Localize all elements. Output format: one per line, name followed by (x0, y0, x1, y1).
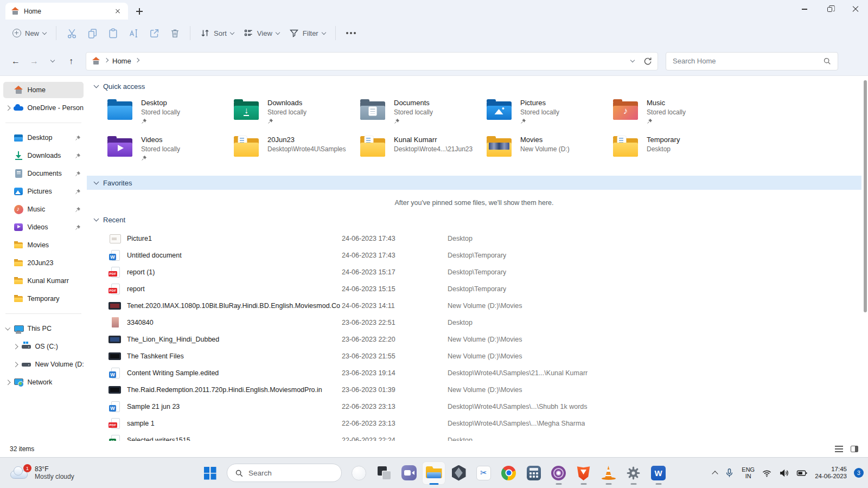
expand-chevron-icon[interactable] (5, 380, 10, 384)
cut-button[interactable] (61, 24, 82, 42)
file-row[interactable]: Picture1 24-06-2023 17:43 Desktop (87, 230, 861, 247)
scrollbar-thumb[interactable] (864, 80, 867, 312)
taskbar-app-copilot[interactable] (348, 462, 370, 484)
quick-access-card[interactable]: Videos Stored locally (107, 133, 234, 168)
delete-button[interactable] (164, 24, 185, 42)
sidebar-item[interactable]: Downloads (3, 147, 84, 164)
expand-chevron-icon[interactable] (13, 344, 18, 349)
clock[interactable]: 17:45 24-06-2023 (815, 466, 847, 480)
sidebar-item[interactable]: Videos (3, 219, 84, 235)
sidebar-item[interactable]: Music (3, 201, 84, 217)
collapse-chevron-icon[interactable] (94, 216, 99, 221)
breadcrumb-field[interactable]: Home (86, 52, 658, 70)
quick-access-card[interactable]: Desktop Stored locally (107, 97, 234, 131)
collapse-chevron-icon[interactable] (94, 179, 99, 184)
share-button[interactable] (144, 24, 164, 42)
file-row[interactable]: report 24-06-2023 15:15 Desktop\Temporar… (87, 280, 861, 297)
breadcrumb[interactable]: Home (112, 57, 131, 65)
sidebar-item[interactable]: OneDrive - Persona (3, 100, 84, 116)
expand-chevron-icon[interactable] (5, 325, 10, 330)
file-row[interactable]: sample 1 22-06-2023 23:13 Desktop\Wrote4… (87, 415, 861, 432)
refresh-icon[interactable] (643, 56, 652, 66)
taskbar-search[interactable]: Search (227, 464, 342, 482)
tab-close-icon[interactable] (113, 7, 123, 16)
large-icons-view-icon[interactable] (851, 446, 858, 452)
file-row[interactable]: The_Lion_King_Hindi_Dubbed 23-06-2023 22… (87, 331, 861, 348)
file-row[interactable]: Tenet.2020.IMAX.1080p.10Bit.BluRay.Hindi… (87, 297, 861, 314)
sidebar-item[interactable]: Network (3, 374, 84, 390)
section-favorites-header[interactable]: Favorites (87, 176, 861, 190)
weather-widget[interactable]: 1 83°F Mostly cloudy (5, 458, 79, 488)
quick-access-card[interactable]: Temporary Desktop (613, 133, 739, 168)
file-row[interactable]: The Tashkent Files 23-06-2023 21:55 New … (87, 348, 861, 364)
battery-icon[interactable] (796, 468, 808, 478)
expand-chevron-icon[interactable] (5, 105, 10, 110)
new-button[interactable]: New (8, 25, 51, 41)
taskbar-app-brave[interactable] (572, 462, 595, 484)
restore-button[interactable] (817, 0, 843, 18)
tab-home[interactable]: Home (5, 3, 128, 20)
forward-button[interactable]: → (26, 53, 42, 69)
search-input[interactable]: Search Home (666, 52, 838, 70)
file-row[interactable]: Content Writing Sample.edited 23-06-2023… (87, 364, 861, 381)
file-row[interactable]: The.Raid.Redemption.2011.720p.Hindi.Engl… (87, 381, 861, 398)
sidebar-item[interactable]: 20Jun23 (3, 255, 84, 271)
close-button[interactable] (843, 0, 868, 18)
sidebar-item[interactable]: Kunal Kumarr (3, 273, 84, 289)
rename-button[interactable] (123, 24, 144, 42)
quick-access-card[interactable]: Kunal Kumarr Desktop\Wrote4...\21Jun23 (360, 133, 487, 168)
taskbar-app-hex[interactable] (448, 462, 470, 484)
recent-locations-button[interactable] (44, 53, 61, 69)
taskbar-app-vlc[interactable] (597, 462, 620, 484)
collapse-chevron-icon[interactable] (94, 82, 99, 88)
file-row[interactable]: Sample 21 jun 23 22-06-2023 23:13 Deskto… (87, 398, 861, 415)
view-button[interactable]: View (239, 24, 284, 42)
copy-button[interactable] (82, 24, 103, 42)
taskbar-app-chrome[interactable] (497, 462, 520, 484)
address-dropdown-icon[interactable] (630, 58, 635, 62)
sidebar-item[interactable]: Movies (3, 237, 84, 253)
quick-access-card[interactable]: Downloads Stored locally (234, 97, 360, 131)
language-indicator[interactable]: ENG IN (742, 466, 755, 480)
sidebar-item[interactable]: OS (C:) (11, 338, 84, 355)
quick-access-card[interactable]: Documents Stored locally (360, 97, 487, 131)
minimize-button[interactable] (792, 0, 817, 18)
file-row[interactable]: report (1) 24-06-2023 15:17 Desktop\Temp… (87, 264, 861, 280)
taskbar-app-teams[interactable] (398, 462, 420, 484)
quick-access-card[interactable]: Movies New Volume (D:) (487, 133, 613, 168)
quick-access-card[interactable]: Pictures Stored locally (487, 97, 613, 131)
paste-button[interactable] (103, 24, 123, 42)
quick-access-card[interactable]: Music Stored locally (613, 97, 739, 131)
sidebar-item[interactable]: Home (3, 82, 84, 98)
wifi-icon[interactable] (762, 468, 772, 478)
notification-count-badge[interactable]: 3 (854, 468, 864, 478)
more-options-button[interactable] (341, 24, 361, 42)
expand-chevron-icon[interactable] (13, 362, 18, 367)
taskbar-app-settings[interactable] (622, 462, 644, 484)
sidebar-item[interactable]: Pictures (3, 183, 84, 200)
taskbar-app-calculator[interactable] (522, 462, 545, 484)
taskbar-app-widgets[interactable] (373, 462, 395, 484)
sidebar-item[interactable]: New Volume (D:) (11, 356, 84, 373)
file-row[interactable]: 3340840 23-06-2023 22:51 Desktop (87, 314, 861, 331)
back-button[interactable]: ← (8, 53, 24, 69)
section-quick-access-header[interactable]: Quick access (87, 80, 861, 92)
tray-expand-chevron-icon[interactable] (712, 471, 718, 477)
sidebar-item[interactable]: Temporary (3, 291, 84, 307)
taskbar-app-tor[interactable] (547, 462, 570, 484)
filter-button[interactable]: Filter (284, 24, 330, 42)
file-row[interactable]: Selected writers1515 22-06-2023 22:24 De… (87, 432, 861, 441)
search-icon[interactable] (823, 57, 831, 65)
details-view-icon[interactable] (835, 446, 843, 452)
sidebar-item[interactable]: This PC (3, 320, 84, 337)
sidebar-item[interactable]: Documents (3, 165, 84, 182)
vertical-scrollbar[interactable] (863, 79, 867, 435)
sidebar-item[interactable]: Desktop (3, 130, 84, 146)
section-recent-header[interactable]: Recent (87, 214, 861, 226)
taskbar-app-file-explorer[interactable] (423, 462, 445, 484)
microphone-icon[interactable] (724, 468, 735, 478)
start-button[interactable] (199, 462, 221, 484)
sort-button[interactable]: Sort (195, 24, 239, 42)
speaker-icon[interactable] (779, 468, 789, 478)
quick-access-card[interactable]: 20Jun23 Desktop\Wrote4U\Samples (234, 133, 360, 168)
